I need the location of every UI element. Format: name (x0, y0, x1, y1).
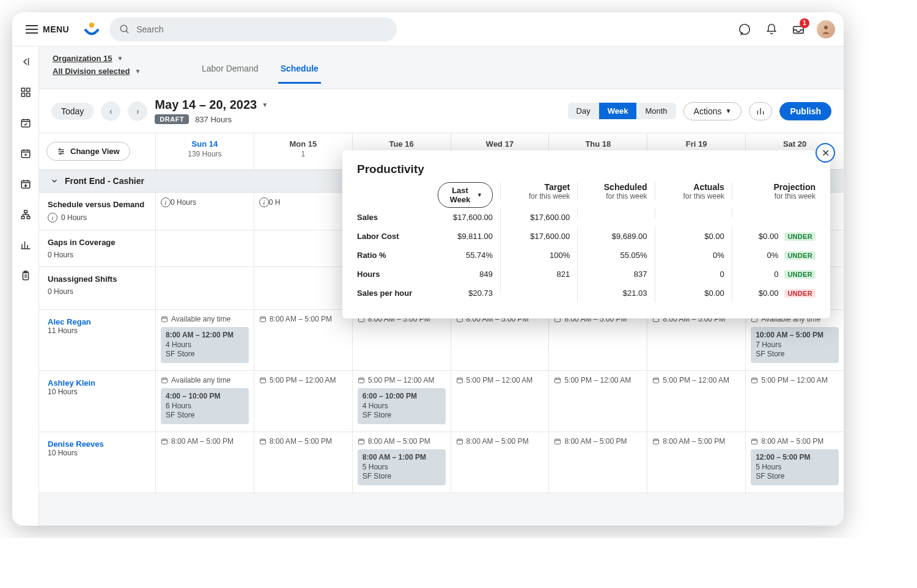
info-icon[interactable]: i (161, 197, 171, 207)
today-button[interactable]: Today (51, 103, 94, 120)
svg-rect-38 (457, 439, 462, 444)
chat-icon[interactable] (736, 21, 753, 38)
availability-text: 8:00 AM – 5:00 PM (358, 437, 446, 446)
schedule-cell[interactable]: 8:00 AM – 5:00 PM8:00 AM – 1:00 PM5 Hour… (352, 432, 451, 493)
schedule-cell[interactable]: Available any time4:00 – 10:00 PM6 Hours… (155, 371, 254, 432)
breadcrumb-org[interactable]: Organization 15 (53, 54, 112, 63)
schedule-cell[interactable]: 5:00 PM – 12:00 AM (745, 371, 844, 432)
svg-rect-35 (162, 439, 168, 444)
day-header[interactable]: Mon 151 (254, 133, 352, 169)
availability-text: 5:00 PM – 12:00 AM (456, 376, 544, 384)
close-button[interactable]: ✕ (816, 143, 835, 163)
schedule-cell[interactable]: 5:00 PM – 12:00 AM (647, 371, 745, 432)
schedule-cell[interactable]: 8:00 AM – 5:00 PM (352, 310, 451, 370)
schedule-cell[interactable]: 5:00 PM – 12:00 AM (451, 371, 549, 432)
schedule-cell[interactable]: 8:00 AM – 5:00 PM (451, 310, 549, 370)
schedule-cell[interactable]: 5:00 PM – 12:00 AM6:00 – 10:00 PM4 Hours… (352, 371, 451, 432)
schedule-cell[interactable]: 8:00 AM – 5:00 PM (451, 432, 549, 493)
availability-text: 8:00 AM – 5:00 PM (259, 437, 347, 446)
workday-logo[interactable] (83, 20, 101, 39)
bar-chart-icon[interactable] (19, 238, 32, 252)
seg-month[interactable]: Month (636, 103, 676, 119)
menu-button[interactable]: MENU (21, 21, 74, 38)
shift-block[interactable]: 8:00 AM – 12:00 PM4 HoursSF Store (161, 327, 249, 363)
info-icon[interactable]: i (48, 213, 57, 222)
prod-row-label: Sales (357, 208, 424, 227)
notification-badge: 1 (800, 18, 809, 28)
view-segmented: Day Week Month (568, 103, 676, 119)
caret-down-icon: ▼ (117, 55, 123, 62)
status-badge: UNDER (784, 232, 816, 241)
draft-badge: DRAFT (155, 114, 189, 124)
prod-row-label: Hours (357, 265, 424, 284)
breadcrumb-division[interactable]: All Division selected (53, 67, 130, 76)
svg-rect-13 (24, 210, 27, 213)
inbox-icon[interactable]: 1 (790, 21, 807, 38)
schedule-cell[interactable]: Available any time10:00 AM – 5:00 PM7 Ho… (745, 310, 844, 370)
schedule-cell[interactable]: 5:00 PM – 12:00 AM (254, 371, 352, 432)
tab-schedule[interactable]: Schedule (278, 55, 321, 84)
change-view-button[interactable]: Change View (46, 142, 130, 161)
shift-block[interactable]: 4:00 – 10:00 PM6 HoursSF Store (161, 388, 249, 424)
schedule-cell[interactable]: 8:00 AM – 5:00 PM (254, 310, 352, 370)
svg-point-1 (120, 25, 127, 32)
schedule-cell[interactable]: Available any time8:00 AM – 12:00 PM4 Ho… (155, 310, 254, 370)
svg-rect-9 (26, 94, 29, 97)
avatar[interactable] (817, 20, 835, 39)
info-icon[interactable]: i (259, 197, 269, 207)
employee-name[interactable]: Ashley Klein (48, 378, 147, 388)
schedule-cell[interactable]: 8:00 AM – 5:00 PM (254, 432, 352, 493)
last-week-selector[interactable]: Last Week ▼ (438, 182, 493, 208)
actions-button[interactable]: Actions▼ (683, 102, 742, 120)
schedule-cell[interactable]: 8:00 AM – 5:00 PM (647, 310, 745, 370)
bell-icon[interactable] (763, 21, 780, 38)
side-rail (12, 46, 39, 526)
employee-name[interactable]: Denise Reeves (48, 439, 147, 449)
availability-text: 8:00 AM – 5:00 PM (554, 437, 642, 446)
dashboard-icon[interactable] (19, 86, 32, 99)
svg-rect-10 (21, 120, 30, 127)
shift-block[interactable]: 12:00 – 5:00 PM5 HoursSF Store (751, 449, 839, 485)
svg-rect-28 (162, 378, 168, 383)
search-input[interactable]: Search (109, 17, 397, 42)
shift-block[interactable]: 8:00 AM – 1:00 PM5 HoursSF Store (358, 449, 446, 485)
prev-week-button[interactable]: ‹ (101, 101, 120, 121)
caret-down-icon[interactable]: ▼ (262, 101, 268, 108)
availability-text: 5:00 PM – 12:00 AM (751, 376, 839, 384)
tab-labor-demand[interactable]: Labor Demand (199, 55, 261, 84)
chart-button[interactable] (749, 102, 772, 120)
svg-rect-22 (260, 317, 265, 322)
schedule-cell[interactable]: 8:00 AM – 5:00 PM (548, 310, 647, 370)
shift-block[interactable]: 6:00 – 10:00 PM4 HoursSF Store (358, 388, 446, 424)
schedule-cell[interactable]: 5:00 PM – 12:00 AM (548, 371, 647, 432)
schedule-cell[interactable]: 8:00 AM – 5:00 PM (155, 432, 254, 493)
prod-row-label: Ratio % (357, 246, 424, 265)
collapse-icon[interactable] (19, 55, 32, 68)
svg-rect-32 (555, 378, 561, 383)
shift-block[interactable]: 10:00 AM – 5:00 PM7 HoursSF Store (751, 327, 839, 363)
svg-point-20 (60, 153, 61, 154)
date-range: May 14 – 20, 2023 (155, 98, 257, 112)
availability-text: 8:00 AM – 5:00 PM (259, 315, 347, 323)
employee-name[interactable]: Alec Regan (48, 317, 147, 326)
employee-row: Denise Reeves10 Hours8:00 AM – 5:00 PM8:… (39, 432, 844, 493)
seg-day[interactable]: Day (568, 103, 599, 119)
calendar-arrow-icon[interactable] (19, 177, 32, 191)
org-chart-icon[interactable] (19, 208, 32, 221)
calendar-check-icon[interactable] (19, 116, 32, 130)
svg-rect-41 (752, 439, 757, 444)
next-week-button[interactable]: › (128, 101, 147, 121)
status-badge: UNDER (784, 251, 816, 260)
clipboard-icon[interactable] (19, 269, 32, 282)
availability-text: 5:00 PM – 12:00 AM (652, 376, 740, 384)
schedule-cell[interactable]: 8:00 AM – 5:00 PM (647, 432, 745, 493)
schedule-cell[interactable]: 8:00 AM – 5:00 PM (548, 432, 647, 493)
availability-text: 8:00 AM – 5:00 PM (652, 437, 740, 446)
seg-week[interactable]: Week (599, 103, 637, 119)
calendar-x-icon[interactable] (19, 147, 32, 160)
availability-text: 8:00 AM – 5:00 PM (751, 437, 839, 446)
availability-text: Available any time (161, 315, 249, 323)
day-header[interactable]: Sun 14139 Hours (155, 133, 254, 169)
schedule-cell[interactable]: 8:00 AM – 5:00 PM12:00 – 5:00 PM5 HoursS… (745, 432, 844, 493)
publish-button[interactable]: Publish (779, 102, 831, 120)
